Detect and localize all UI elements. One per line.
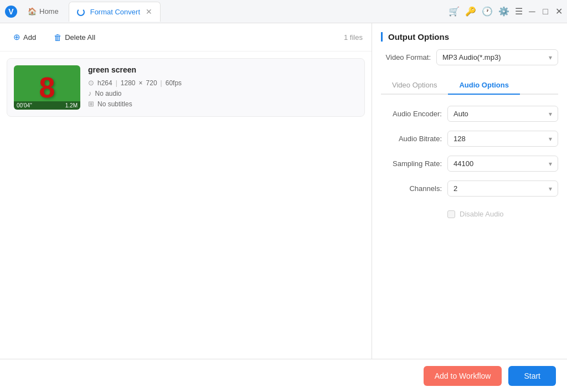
file-height: 720	[146, 79, 157, 87]
audio-bitrate-value: 128	[453, 135, 466, 143]
codec-icon: ⊙	[88, 79, 94, 87]
sampling-rate-dropdown[interactable]: 44100 ▾	[447, 156, 558, 172]
file-count: 1 files	[344, 33, 363, 42]
home-label: Home	[39, 7, 59, 16]
add-label: Add	[23, 33, 36, 42]
audio-options-grid: Audio Encoder: Auto ▾ Audio Bitrate: 128…	[381, 106, 558, 218]
add-button[interactable]: ⊕ Add	[9, 30, 40, 44]
sampling-rate-arrow: ▾	[549, 160, 552, 168]
bottom-bar: Add to Workflow Start	[0, 359, 567, 392]
audio-icon: ♪	[88, 89, 92, 97]
toolbar: ⊕ Add 🗑 Delete All 1 files	[0, 23, 372, 51]
meta-video-row: ⊙ h264 | 1280 × 720 | 60fps	[88, 79, 358, 87]
thumb-duration: 00'04"	[17, 102, 32, 109]
disable-audio-label: Disable Audio	[460, 210, 504, 218]
audio-encoder-dropdown[interactable]: Auto ▾	[447, 106, 558, 122]
home-tab[interactable]: 🏠 Home	[22, 5, 64, 18]
settings-icon[interactable]: ⚙️	[498, 6, 509, 17]
tab-video-options[interactable]: Video Options	[381, 76, 448, 95]
format-convert-tab[interactable]: Format Convert ✕	[69, 2, 161, 22]
channels-row: Channels: 2 ▾	[381, 180, 558, 197]
file-fps: 60fps	[166, 79, 182, 87]
channels-dropdown[interactable]: 2 ▾	[447, 180, 558, 197]
right-panel: Output Options Video Format: MP3 Audio(*…	[372, 23, 567, 359]
disable-audio-row: Disable Audio	[381, 210, 558, 218]
sampling-rate-label: Sampling Rate:	[381, 159, 442, 168]
file-list: 8 00'04" 1.2M green screen ⊙ h264 |	[0, 51, 372, 359]
main-content: ⊕ Add 🗑 Delete All 1 files 8 00'04" 1	[0, 23, 567, 359]
channels-value: 2	[453, 184, 457, 193]
options-tabs: Video Options Audio Options	[381, 76, 558, 95]
add-icon: ⊕	[13, 32, 20, 42]
delete-label: Delete All	[65, 33, 95, 42]
delete-all-button[interactable]: 🗑 Delete All	[49, 30, 100, 44]
tab-close-btn[interactable]: ✕	[146, 7, 152, 16]
tab-audio-options[interactable]: Audio Options	[448, 76, 520, 95]
channels-label: Channels:	[381, 184, 442, 193]
audio-bitrate-label: Audio Bitrate:	[381, 135, 442, 143]
audio-encoder-arrow: ▾	[549, 110, 552, 118]
video-format-dropdown[interactable]: MP3 Audio(*.mp3) ▾	[436, 49, 558, 65]
video-format-label: Video Format:	[381, 53, 431, 61]
file-audio: No audio	[95, 90, 122, 97]
meta-audio-row: ♪ No audio	[88, 89, 358, 97]
menu-icon[interactable]: ☰	[515, 6, 523, 17]
thumb-size: 1.2M	[65, 102, 78, 109]
maximize-btn[interactable]: □	[542, 8, 549, 16]
left-panel: ⊕ Add 🗑 Delete All 1 files 8 00'04" 1	[0, 23, 372, 359]
video-format-arrow: ▾	[549, 54, 552, 61]
minimize-btn[interactable]: ─	[528, 8, 536, 16]
titlebar-actions: 🛒 🔑 🕐 ⚙️ ☰ ─ □ ✕	[449, 6, 563, 17]
file-name: green screen	[88, 65, 358, 74]
disable-audio-checkbox[interactable]	[447, 210, 455, 218]
svg-text:V: V	[8, 7, 14, 16]
start-button[interactable]: Start	[508, 366, 556, 386]
file-meta: ⊙ h264 | 1280 × 720 | 60fps ♪ No audio	[88, 79, 358, 108]
close-btn[interactable]: ✕	[555, 8, 563, 16]
tab-spin-icon	[77, 7, 87, 16]
home-icon: 🏠	[28, 7, 37, 16]
audio-bitrate-dropdown[interactable]: 128 ▾	[447, 131, 558, 147]
history-icon[interactable]: 🕐	[482, 6, 493, 17]
tab-area: Format Convert ✕	[69, 2, 449, 22]
delete-icon: 🗑	[54, 33, 62, 42]
sampling-rate-row: Sampling Rate: 44100 ▾	[381, 156, 558, 172]
audio-encoder-row: Audio Encoder: Auto ▾	[381, 106, 558, 122]
sampling-rate-value: 44100	[453, 159, 473, 168]
audio-bitrate-row: Audio Bitrate: 128 ▾	[381, 131, 558, 147]
tab-label: Format Convert	[90, 8, 140, 16]
key-icon[interactable]: 🔑	[465, 6, 476, 17]
dim-sep: ×	[139, 79, 143, 87]
cart-icon[interactable]: 🛒	[449, 6, 460, 17]
app-logo: V	[4, 5, 18, 18]
meta-subtitle-row: ⊞ No subtitles	[88, 100, 358, 108]
subtitle-icon: ⊞	[88, 100, 94, 108]
file-codec: h264	[97, 79, 112, 87]
add-to-workflow-button[interactable]: Add to Workflow	[424, 366, 502, 386]
output-options-title: Output Options	[381, 32, 558, 42]
file-info: green screen ⊙ h264 | 1280 × 720 | 60fps	[88, 65, 358, 108]
video-format-value: MP3 Audio(*.mp3)	[442, 53, 501, 61]
file-item[interactable]: 8 00'04" 1.2M green screen ⊙ h264 |	[7, 58, 365, 117]
file-width: 1280	[121, 79, 136, 87]
thumb-number: 8	[39, 71, 55, 104]
file-subtitles: No subtitles	[97, 100, 132, 108]
channels-arrow: ▾	[549, 185, 552, 193]
audio-bitrate-arrow: ▾	[549, 135, 552, 143]
audio-encoder-value: Auto	[453, 110, 468, 118]
video-format-row: Video Format: MP3 Audio(*.mp3) ▾	[381, 49, 558, 65]
thumb-info: 00'04" 1.2M	[14, 101, 80, 110]
titlebar: V 🏠 Home Format Convert ✕ 🛒 🔑 🕐 ⚙️ ☰ ─ □…	[0, 0, 567, 23]
audio-encoder-label: Audio Encoder:	[381, 110, 442, 118]
file-thumbnail: 8 00'04" 1.2M	[14, 65, 80, 110]
